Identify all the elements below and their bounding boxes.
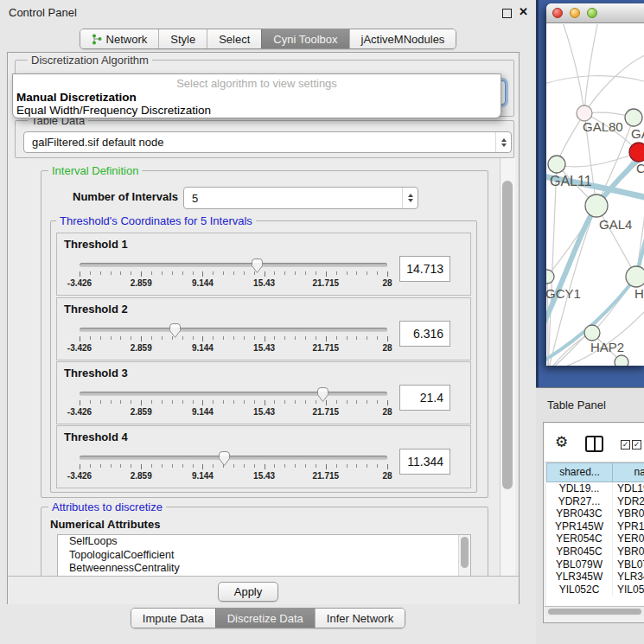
cell[interactable]: YER054C — [546, 532, 613, 545]
tab-label: Discretize Data — [227, 612, 303, 625]
node-h[interactable] — [626, 266, 644, 287]
threshold-value-input[interactable] — [399, 321, 450, 347]
node-gal11[interactable] — [548, 156, 565, 173]
threshold-4-box: Threshold 4-3.4262.8599.14415.4321.71528 — [56, 425, 471, 488]
slider-track[interactable] — [80, 328, 387, 332]
edge[interactable] — [562, 24, 584, 113]
threshold-slider[interactable]: -3.4262.8599.14415.4321.71528 — [80, 386, 387, 421]
table-row[interactable]: YBR045CYBR045C — [546, 545, 644, 558]
tick-label: -3.426 — [67, 407, 92, 417]
tick-label: 21.715 — [313, 407, 340, 417]
cell[interactable]: YBL079W — [546, 558, 613, 571]
tab-discretize-data[interactable]: Discretize Data — [215, 609, 315, 628]
node-gal4[interactable] — [585, 194, 608, 217]
threshold-value-input[interactable] — [399, 256, 450, 282]
checkbox-icon[interactable]: ✓ — [632, 440, 641, 450]
tab-impute-data[interactable]: Impute Data — [131, 609, 215, 628]
tab-style[interactable]: Style — [158, 29, 207, 48]
threshold-slider[interactable]: -3.4262.8599.14415.4321.71528 — [80, 322, 387, 357]
cell[interactable]: YDL19... — [613, 482, 644, 495]
threshold-1-box: Threshold 1-3.4262.8599.14415.4321.71528 — [56, 233, 471, 296]
close-icon[interactable]: ✕ — [519, 5, 528, 18]
list-scrollbar[interactable] — [458, 535, 470, 576]
slider-ticks — [80, 400, 387, 406]
cell[interactable]: YLR345W — [546, 571, 613, 583]
close-traffic-light-icon[interactable] — [552, 8, 563, 18]
cell[interactable]: YBL079W — [613, 558, 644, 571]
column-header-shared-[interactable]: shared... — [546, 462, 613, 482]
table-row[interactable]: YER054CYER054C — [546, 532, 644, 545]
cell[interactable]: YDR27... — [546, 495, 613, 508]
attribute-item-betweennesscentrality[interactable]: BetweennessCentrality — [58, 562, 470, 576]
table-row[interactable]: YBR043CYBR043C — [546, 507, 644, 520]
tab-label: Impute Data — [143, 612, 204, 625]
cell[interactable]: YLR345W — [613, 571, 644, 583]
threshold-slider[interactable]: -3.4262.8599.14415.4321.71528 — [80, 258, 387, 292]
columns-icon[interactable] — [585, 436, 603, 452]
numerical-attributes-list[interactable]: SelfLoopsTopologicalCoefficientBetweenne… — [57, 534, 471, 576]
node-unlabeled[interactable] — [615, 355, 628, 366]
cell[interactable]: YBR045C — [613, 545, 644, 558]
attribute-item-topologicalcoefficient[interactable]: TopologicalCoefficient — [58, 549, 470, 563]
node-c[interactable] — [629, 143, 644, 162]
tab-cyni-toolbox[interactable]: Cyni Toolbox — [261, 29, 348, 48]
cell[interactable]: YIL052C — [546, 583, 613, 596]
table-row[interactable]: YIL052CYIL052C — [546, 583, 644, 596]
slider-track[interactable] — [80, 456, 387, 460]
settings-scrollbar[interactable] — [500, 158, 515, 576]
cell[interactable]: YER054C — [613, 532, 644, 545]
minimize-traffic-light-icon[interactable] — [570, 8, 580, 18]
table-data-combobox[interactable]: galFiltered.sif default node — [23, 131, 512, 153]
algorithm-option-manual-discretization[interactable]: Manual Discretization — [13, 91, 501, 104]
tab-select[interactable]: Select — [207, 29, 261, 48]
threshold-label: Threshold 4 — [64, 430, 128, 443]
node-hap2[interactable] — [584, 325, 600, 341]
checkbox-icon[interactable]: ✓ — [621, 440, 630, 450]
threshold-3-box: Threshold 3-3.4262.8599.14415.4321.71528 — [56, 361, 471, 424]
node-label-gcy1: GCY1 — [546, 286, 581, 301]
table-row[interactable]: YDL19...YDL19... — [546, 482, 644, 495]
cell[interactable]: YIL052C — [613, 583, 644, 596]
edge[interactable] — [584, 24, 598, 113]
number-of-intervals-combobox[interactable]: 5 — [183, 187, 418, 209]
attribute-item-selfloops[interactable]: SelfLoops — [58, 535, 470, 549]
table-horizontal-scrollbar[interactable] — [545, 606, 644, 616]
cell[interactable]: YDL19... — [546, 482, 613, 495]
float-window-icon[interactable] — [502, 9, 512, 18]
tab-label: Infer Network — [327, 612, 393, 625]
edge[interactable] — [546, 76, 644, 85]
tab-network[interactable]: Network — [80, 29, 159, 48]
panel-title: Control Panel — [9, 6, 77, 19]
table-row[interactable]: YLR345WYLR345W — [546, 571, 644, 583]
slider-track[interactable] — [80, 263, 387, 267]
threshold-value-input[interactable] — [399, 449, 450, 475]
tab-label: jActiveMNodules — [361, 33, 445, 46]
edge[interactable] — [584, 54, 644, 113]
zoom-traffic-light-icon[interactable] — [587, 8, 597, 18]
cell[interactable]: YDR27... — [613, 495, 644, 508]
slider-track[interactable] — [80, 392, 387, 396]
gear-icon[interactable]: ⚙ — [555, 435, 568, 450]
cell[interactable]: YBR043C — [613, 507, 644, 520]
cell[interactable]: YBR045C — [546, 545, 613, 558]
table-row[interactable]: YPR145WYPR145W — [546, 520, 644, 533]
cell[interactable]: YBR043C — [546, 507, 613, 520]
node-label-hap2: HAP2 — [590, 340, 624, 354]
algorithm-option-equal-width-frequency-discretization[interactable]: Equal Width/Frequency Discretization — [13, 104, 501, 117]
tab-infer-network[interactable]: Infer Network — [315, 609, 405, 628]
apply-button[interactable]: Apply — [218, 582, 278, 602]
table-row[interactable]: YBL079WYBL079W — [546, 558, 644, 571]
edge[interactable] — [548, 164, 557, 366]
threshold-value-input[interactable] — [399, 385, 450, 411]
column-header-name[interactable]: name — [613, 462, 644, 482]
edge[interactable] — [557, 152, 639, 167]
node-ga[interactable] — [625, 109, 642, 126]
table-header-row: shared...name — [546, 462, 644, 482]
table-row[interactable]: YDR27...YDR27... — [546, 495, 644, 508]
tab-jactivemnodules[interactable]: jActiveMNodules — [349, 29, 456, 48]
cell[interactable]: YPR145W — [613, 520, 644, 533]
threshold-slider[interactable]: -3.4262.8599.14415.4321.71528 — [80, 450, 387, 485]
network-canvas[interactable]: GAL80GACGAL11GAL4GCY1HHAP2 — [546, 24, 644, 366]
node-gcy1[interactable] — [546, 270, 554, 284]
cell[interactable]: YPR145W — [546, 520, 613, 533]
